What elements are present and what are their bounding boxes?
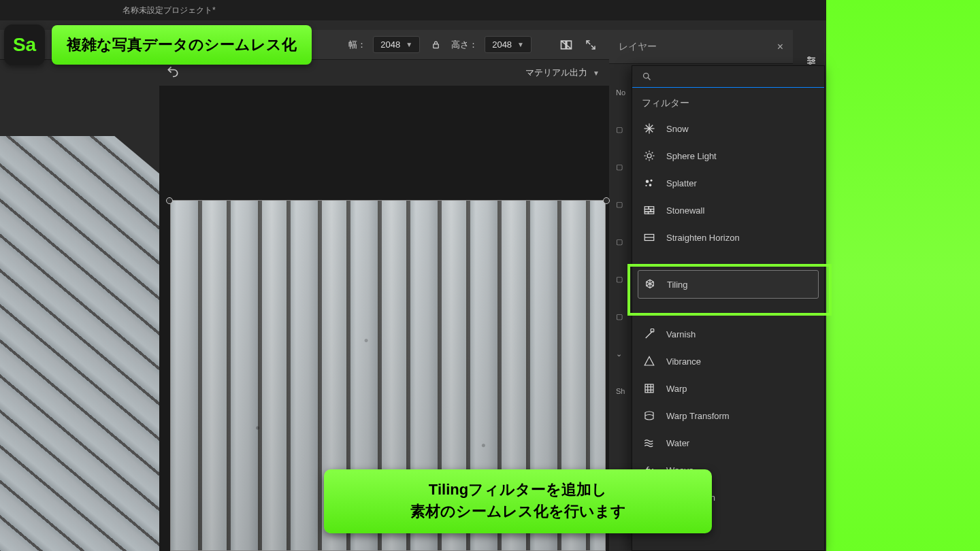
app-logo-badge: Sa — [4, 24, 45, 65]
application-window: 名称未設定プロジェクト* 幅： 2048 ▼ 高さ： 2048 ▼ マテリアル出… — [0, 0, 826, 551]
svg-point-26 — [651, 180, 653, 182]
svg-marker-42 — [644, 356, 654, 365]
warp-icon — [642, 381, 657, 396]
svg-line-22 — [652, 158, 653, 160]
filter-item-label: Vibrance — [666, 356, 701, 367]
filter-item-vibrance[interactable]: Vibrance — [632, 348, 824, 375]
top-caption-bubble: 複雑な写真データのシームレス化 — [52, 25, 312, 65]
filter-item-straighten[interactable]: Straighten Horizon — [632, 224, 824, 251]
wood-planks-texture-3d — [0, 136, 167, 551]
compare-icon[interactable] — [557, 36, 575, 54]
svg-point-7 — [808, 57, 811, 59]
filter-item-tiling[interactable]: Tiling — [638, 270, 819, 299]
snow-icon — [642, 121, 657, 136]
filter-item-varnish[interactable]: Varnish — [632, 320, 824, 348]
filter-item-label: Water — [666, 438, 689, 448]
svg-line-21 — [646, 152, 647, 154]
stonewall-icon — [642, 203, 657, 218]
filter-item-sphere-light[interactable]: Sphere Light — [632, 142, 824, 169]
varnish-icon — [642, 327, 657, 341]
filter-item-label: Snow — [666, 124, 689, 134]
bottom-caption-line2: 素材のシームレス化を行います — [339, 501, 697, 522]
filter-item-splatter[interactable]: Splatter — [632, 169, 824, 197]
svg-point-16 — [647, 154, 651, 158]
height-select[interactable]: 2048 ▼ — [485, 36, 532, 53]
svg-point-28 — [645, 185, 647, 186]
peek-label: Sh — [616, 387, 632, 395]
project-title: 名称未設定プロジェクト* — [122, 5, 216, 16]
width-select[interactable]: 2048 ▼ — [373, 36, 420, 53]
svg-point-25 — [646, 180, 649, 184]
filter-item-water[interactable]: Water — [632, 429, 824, 456]
filter-item-snow[interactable]: Snow — [632, 115, 824, 142]
panel-peek-strip: No ▢ ▢ ▢ ▢ ▢ ▢ ⌄ Sh — [616, 88, 632, 395]
svg-rect-34 — [649, 212, 654, 214]
filter-item-label: Splatter — [666, 178, 697, 188]
width-value: 2048 — [380, 39, 400, 50]
filter-item-label: Warp — [666, 384, 687, 394]
water-icon — [642, 435, 657, 450]
svg-rect-33 — [644, 212, 648, 214]
top-caption-text: 複雑な写真データのシームレス化 — [67, 36, 297, 53]
peek-icon: ▢ — [616, 200, 632, 209]
layers-panel-header: レイヤー × — [609, 30, 793, 64]
svg-rect-43 — [645, 384, 653, 393]
width-label: 幅： — [348, 39, 366, 51]
vibrance-icon — [642, 354, 657, 369]
filter-item-label: Stonewall — [666, 205, 704, 216]
close-icon[interactable]: × — [777, 41, 783, 53]
titlebar: 名称未設定プロジェクト* — [0, 0, 826, 20]
filter-item-warp[interactable]: Warp — [632, 375, 824, 402]
splatter-icon — [642, 176, 657, 190]
filter-item-warp-transform[interactable]: Warp Transform — [632, 402, 824, 429]
svg-line-24 — [646, 158, 647, 160]
chevron-down-icon: ▼ — [517, 41, 524, 48]
filter-item-label: Tiling — [667, 280, 688, 290]
video-background-strip — [826, 0, 980, 551]
warp-transform-icon — [642, 408, 657, 423]
filter-search-row — [632, 66, 824, 88]
lock-icon[interactable] — [427, 36, 444, 54]
chevron-down-icon: ▼ — [406, 41, 412, 48]
app-logo-text: Sa — [13, 34, 36, 56]
filter-item-label: Warp Transform — [666, 411, 730, 421]
tiling-icon — [642, 277, 657, 292]
peek-label: No — [616, 88, 632, 97]
transform-handle[interactable] — [166, 197, 173, 204]
material-output-dropdown[interactable]: マテリアル出力 ▼ — [525, 67, 600, 79]
sphere-light-icon — [642, 148, 657, 163]
svg-point-10 — [644, 73, 649, 79]
chevron-down-icon: ⌄ — [616, 350, 632, 358]
filter-item-label: Sphere Light — [666, 151, 717, 161]
svg-point-27 — [649, 184, 652, 186]
peek-icon: ▢ — [616, 163, 632, 171]
svg-line-23 — [652, 152, 653, 154]
bottom-caption-line1: Tilingフィルターを追加し — [339, 479, 697, 501]
top-annotation: Sa 複雑な写真データのシームレス化 — [4, 24, 312, 65]
filter-item-stonewall[interactable]: Stonewall — [632, 197, 824, 224]
transform-handle[interactable] — [603, 197, 610, 204]
fullscreen-icon[interactable] — [582, 36, 600, 54]
svg-rect-0 — [433, 44, 438, 48]
filter-item-label: Varnish — [666, 329, 696, 339]
filter-section-header: フィルター — [632, 88, 824, 114]
height-value: 2048 — [492, 39, 512, 50]
peek-icon: ▢ — [616, 237, 632, 246]
layers-title: レイヤー — [619, 41, 657, 53]
chevron-down-icon: ▼ — [593, 69, 600, 77]
straighten-icon — [642, 230, 657, 245]
peek-icon: ▢ — [616, 312, 632, 321]
height-label: 高さ： — [451, 39, 478, 51]
search-icon[interactable] — [642, 73, 652, 84]
filter-list: SnowSphere LightSplatterStonewallStraigh… — [632, 114, 824, 512]
peek-icon: ▢ — [616, 125, 632, 134]
filter-item-label: Straighten Horizon — [666, 233, 740, 243]
peek-icon: ▢ — [616, 275, 632, 284]
svg-point-9 — [809, 62, 811, 64]
svg-line-11 — [648, 78, 650, 80]
svg-point-8 — [813, 60, 815, 62]
bottom-caption-bubble: Tilingフィルターを追加し 素材のシームレス化を行います — [324, 469, 712, 533]
viewport-3d-preview[interactable] — [0, 136, 167, 551]
undo-icon[interactable] — [166, 65, 180, 82]
material-output-label: マテリアル出力 — [525, 67, 587, 79]
